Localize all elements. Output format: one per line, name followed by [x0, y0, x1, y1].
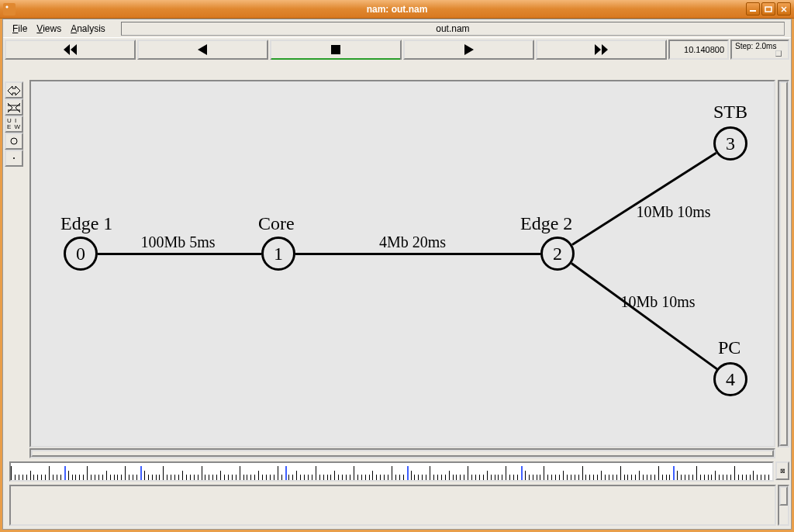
app-icon — [3, 3, 16, 16]
link — [295, 253, 540, 255]
timeline-close-button[interactable]: ⊠ — [775, 461, 789, 480]
titlebar: nam: out.nam — [0, 0, 794, 19]
svg-marker-10 — [602, 44, 608, 55]
node-label: STB — [713, 102, 747, 123]
side-toolbar: U IE W — [3, 80, 25, 458]
play-forward-button[interactable] — [403, 40, 534, 60]
filename-display: out.nam — [121, 22, 785, 36]
zoom-in-button[interactable] — [5, 81, 23, 98]
svg-marker-5 — [71, 44, 77, 55]
link-label: 10Mb 10ms — [637, 203, 711, 221]
rewind-icon — [64, 44, 78, 55]
canvas-vscroll[interactable] — [778, 80, 789, 447]
menubar: File Views Analysis out.nam — [3, 19, 791, 38]
minimize-button[interactable] — [746, 2, 760, 16]
point-tool-button[interactable] — [5, 150, 23, 167]
node-label: Edge 1 — [60, 213, 112, 234]
node-4[interactable]: 4 — [713, 362, 747, 396]
log-area[interactable] — [9, 485, 776, 526]
topology-canvas[interactable]: 100Mb 5ms4Mb 20ms10Mb 10ms10Mb 10ms0Edge… — [29, 80, 775, 447]
link-label: 100Mb 5ms — [141, 233, 216, 251]
rewind-button[interactable] — [5, 40, 136, 60]
node-2[interactable]: 2 — [540, 237, 575, 271]
log-row — [3, 483, 791, 527]
svg-marker-8 — [464, 44, 474, 55]
play-back-icon — [198, 44, 209, 55]
progress-indicator — [271, 58, 399, 60]
node-label: PC — [718, 337, 740, 358]
circle-tool-button[interactable] — [5, 133, 23, 150]
close-button[interactable] — [777, 2, 791, 16]
fast-forward-button[interactable] — [536, 40, 667, 60]
view-button[interactable]: U IE W — [5, 116, 23, 133]
svg-marker-4 — [64, 44, 70, 55]
link — [98, 253, 261, 255]
zoom-out-icon — [8, 102, 20, 112]
svg-rect-7 — [331, 45, 340, 54]
time-display: 10.140800 — [668, 40, 729, 60]
node-label: Edge 2 — [520, 213, 572, 234]
svg-marker-11 — [8, 86, 20, 95]
node-1[interactable]: 1 — [261, 237, 295, 271]
node-label: Core — [258, 213, 295, 234]
timeline-row: ⊠ — [3, 460, 791, 483]
svg-rect-0 — [750, 10, 756, 12]
step-label: Step: 2.0ms — [735, 42, 776, 50]
svg-marker-12 — [8, 103, 20, 112]
svg-rect-1 — [765, 7, 772, 12]
svg-marker-9 — [595, 44, 601, 55]
playback-toolbar: 10.140800 Step: 2.0ms — [3, 38, 791, 61]
app-body: File Views Analysis out.nam 10.140800 St… — [2, 19, 792, 530]
node-0[interactable]: 0 — [64, 237, 98, 271]
step-box: Step: 2.0ms — [730, 40, 789, 60]
menu-file[interactable]: File — [9, 22, 30, 36]
step-slider[interactable] — [735, 50, 785, 57]
svg-point-14 — [13, 157, 15, 159]
canvas-wrap: 100Mb 5ms4Mb 20ms10Mb 10ms10Mb 10ms0Edge… — [25, 80, 791, 458]
timeline-ruler[interactable] — [9, 461, 774, 482]
zoom-in-icon — [8, 85, 20, 95]
link-label: 4Mb 20ms — [379, 233, 446, 251]
menu-analysis[interactable]: Analysis — [67, 22, 109, 36]
node-3[interactable]: 3 — [713, 126, 747, 161]
link — [571, 152, 716, 246]
play-icon — [463, 44, 474, 55]
stop-icon — [331, 45, 340, 54]
menu-views[interactable]: Views — [33, 22, 64, 36]
link-label: 10Mb 10ms — [621, 293, 696, 311]
stop-button[interactable] — [270, 40, 401, 60]
play-back-button[interactable] — [137, 40, 268, 60]
window-title: nam: out.nam — [367, 4, 428, 15]
svg-marker-6 — [198, 44, 207, 55]
canvas-hscroll[interactable] — [29, 448, 775, 458]
zoom-out-button[interactable] — [5, 98, 23, 116]
log-vscroll[interactable] — [778, 485, 789, 526]
svg-point-13 — [11, 138, 17, 144]
main-row: U IE W 100Mb 5ms4Mb 20ms10Mb 10ms10Mb 10… — [3, 80, 791, 458]
fast-forward-icon — [594, 44, 608, 55]
link — [571, 263, 717, 371]
maximize-button[interactable] — [761, 2, 775, 16]
